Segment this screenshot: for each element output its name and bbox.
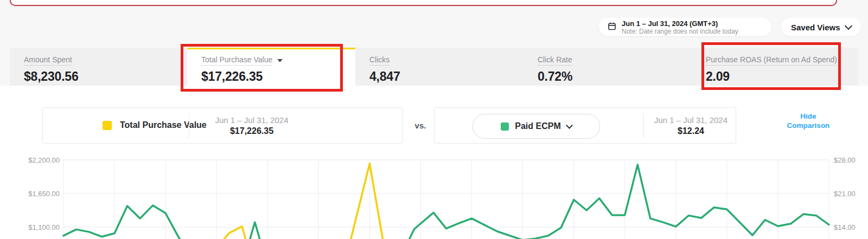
- date-range-picker[interactable]: Jun 1 – Jul 31, 2024 (GMT+3) Note: Date …: [599, 18, 771, 36]
- chevron-down-icon: [566, 122, 573, 129]
- tab-amount-spent[interactable]: Amount Spent $8,230.56: [10, 48, 187, 86]
- cutoff-alert-panel: [10, 0, 837, 6]
- date-range-note: Note: Date range does not include today: [622, 28, 738, 35]
- metric-value: 4,847: [369, 69, 524, 84]
- metric-label: Clicks: [369, 55, 390, 66]
- tab-clicks[interactable]: Clicks 4,847: [355, 48, 524, 86]
- legend-date-primary: Jun 1 – Jul 31, 2024: [195, 115, 309, 125]
- legend-total-secondary: $12.24: [646, 125, 736, 137]
- legend-total-primary: $17,226.35: [195, 125, 309, 137]
- highlight-box-total-purchase-value: [181, 44, 343, 92]
- legend-label-secondary: Paid ECPM: [515, 121, 560, 131]
- legend-swatch-primary: [103, 121, 112, 130]
- metric-label: Amount Spent: [24, 55, 72, 66]
- metric-value: $8,230.56: [24, 69, 187, 84]
- calendar-icon: [608, 22, 616, 33]
- chevron-down-icon: [845, 22, 852, 30]
- legend-card-primary: Total Purchase Value Jun 1 – Jul 31, 202…: [42, 107, 403, 144]
- date-range-text: Jun 1 – Jul 31, 2024 (GMT+3): [622, 20, 738, 28]
- comparison-line-chart: [0, 152, 868, 239]
- paid-ecpm-dropdown[interactable]: Paid ECPM: [473, 114, 600, 139]
- metric-value: 0.72%: [538, 69, 692, 84]
- legend-divider: [643, 113, 644, 138]
- highlight-box-purchase-roas: [701, 42, 841, 90]
- dashboard: Jun 1 – Jul 31, 2024 (GMT+3) Note: Date …: [0, 0, 868, 239]
- legend-date-secondary: Jun 1 – Jul 31, 2024: [646, 115, 736, 125]
- saved-views-button[interactable]: Saved Views: [781, 18, 861, 36]
- metric-label: Click Rate: [538, 55, 572, 66]
- series-line-paid-ecpm: [63, 165, 829, 239]
- legend-card-secondary: Paid ECPM Jun 1 – Jul 31, 2024 $12.24: [434, 107, 736, 144]
- legend-swatch-secondary: [501, 122, 509, 131]
- tab-click-rate[interactable]: Click Rate 0.72%: [524, 48, 692, 86]
- legend-label-primary: Total Purchase Value: [120, 120, 207, 130]
- vs-label: vs.: [408, 107, 433, 144]
- hide-comparison-button[interactable]: Hide Comparison: [781, 112, 835, 130]
- legend-divider: [189, 113, 189, 138]
- saved-views-label: Saved Views: [791, 23, 840, 32]
